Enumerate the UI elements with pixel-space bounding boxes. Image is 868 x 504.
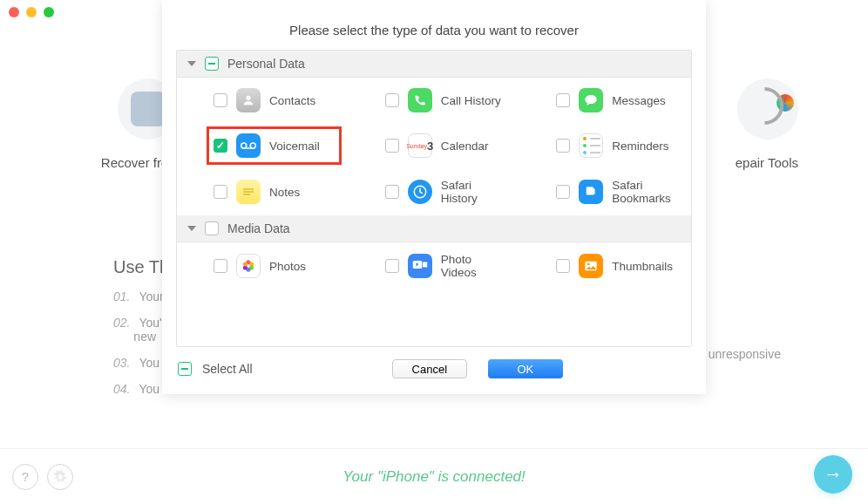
data-item-notes[interactable]: Notes xyxy=(177,174,349,210)
checkbox[interactable] xyxy=(385,185,399,199)
group-checkbox-personal[interactable] xyxy=(205,57,219,71)
photos-icon xyxy=(236,254,261,278)
svg-point-2 xyxy=(250,143,255,148)
checkbox[interactable] xyxy=(556,139,570,153)
checkbox[interactable] xyxy=(214,185,227,199)
data-type-list: Personal Data Contacts Call History xyxy=(176,50,692,347)
calendar-icon: Sunday 3 xyxy=(408,133,432,158)
data-item-contacts[interactable]: Contacts xyxy=(177,83,349,118)
modal-footer: Select All Cancel OK xyxy=(162,347,706,394)
checkbox[interactable] xyxy=(556,93,570,107)
group-checkbox-media[interactable] xyxy=(205,221,219,235)
svg-point-13 xyxy=(243,262,248,266)
safari-bookmarks-icon xyxy=(579,180,603,204)
notes-icon xyxy=(236,180,261,204)
item-label: Calendar xyxy=(441,140,489,153)
table-row: Contacts Call History Messages xyxy=(177,78,691,123)
phone-icon xyxy=(408,88,432,112)
checkbox[interactable] xyxy=(214,93,227,107)
select-all-label: Select All xyxy=(202,362,253,376)
table-row: Photos Photo Videos Thumbnails xyxy=(177,242,691,289)
data-item-calendar[interactable]: Sunday 3 Calendar xyxy=(349,128,520,163)
repair-tools-icon xyxy=(737,78,798,140)
help-button[interactable]: ? xyxy=(12,464,38,490)
checkbox[interactable] xyxy=(385,259,399,273)
select-data-type-modal: Please select the type of data you want … xyxy=(162,0,706,394)
contacts-icon xyxy=(236,88,261,112)
table-row: Notes Safari History Safari Bookmarks xyxy=(177,168,691,215)
settings-button[interactable] xyxy=(47,464,73,490)
data-item-safari-bookmarks[interactable]: Safari Bookmarks xyxy=(519,174,691,210)
thumbnails-icon xyxy=(579,254,603,278)
photo-videos-icon xyxy=(408,254,432,278)
item-label: Photo Videos xyxy=(441,253,510,279)
data-item-safari-history[interactable]: Safari History xyxy=(349,174,520,210)
data-item-photo-videos[interactable]: Photo Videos xyxy=(349,248,520,284)
svg-point-17 xyxy=(587,263,590,266)
ok-button[interactable]: OK xyxy=(488,359,563,378)
checkbox[interactable] xyxy=(556,259,570,273)
item-label: Reminders xyxy=(612,140,668,153)
svg-rect-15 xyxy=(423,262,427,268)
group-header-media[interactable]: Media Data xyxy=(177,215,691,242)
item-label: Safari Bookmarks xyxy=(612,179,681,205)
item-label: Safari History xyxy=(441,179,510,205)
checkbox[interactable] xyxy=(214,259,227,273)
item-label: Call History xyxy=(441,94,501,107)
data-item-voicemail[interactable]: Voicemail xyxy=(177,128,349,163)
chevron-down-icon xyxy=(187,226,196,231)
gear-icon xyxy=(53,470,67,484)
data-item-reminders[interactable]: Reminders xyxy=(519,128,691,163)
arrow-right-icon: → xyxy=(824,463,843,486)
checkbox[interactable] xyxy=(556,185,570,199)
data-item-call-history[interactable]: Call History xyxy=(349,83,520,118)
checkbox[interactable] xyxy=(214,139,227,153)
cancel-button[interactable]: Cancel xyxy=(392,359,467,378)
item-label: Notes xyxy=(269,186,300,199)
group-label: Media Data xyxy=(227,221,290,235)
item-label: Photos xyxy=(269,260,306,273)
connection-status: Your "iPhone" is connected! xyxy=(342,468,526,486)
item-label: Voicemail xyxy=(269,140,320,153)
checkbox[interactable] xyxy=(385,93,399,107)
checkbox[interactable] xyxy=(385,139,399,153)
messages-icon xyxy=(579,88,603,112)
select-all-checkbox[interactable] xyxy=(178,362,192,376)
item-label: Thumbnails xyxy=(612,260,673,273)
reminders-icon xyxy=(579,133,603,158)
group-label: Personal Data xyxy=(227,57,305,71)
item-label: Contacts xyxy=(269,94,315,107)
next-button[interactable]: → xyxy=(814,455,852,494)
data-item-messages[interactable]: Messages xyxy=(519,83,691,118)
safari-history-icon xyxy=(408,180,432,204)
group-header-personal[interactable]: Personal Data xyxy=(177,51,691,78)
svg-point-0 xyxy=(246,96,250,100)
voicemail-icon xyxy=(236,133,261,158)
svg-point-1 xyxy=(241,143,247,148)
table-row: Voicemail Sunday 3 Calendar Reminders xyxy=(177,123,691,168)
item-label: Messages xyxy=(612,94,666,107)
modal-title: Please select the type of data you want … xyxy=(162,0,706,50)
chevron-down-icon xyxy=(187,61,196,66)
data-item-photos[interactable]: Photos xyxy=(177,248,349,284)
data-item-thumbnails[interactable]: Thumbnails xyxy=(519,248,691,284)
bottom-status-bar: ? Your "iPhone" is connected! → xyxy=(0,448,868,504)
